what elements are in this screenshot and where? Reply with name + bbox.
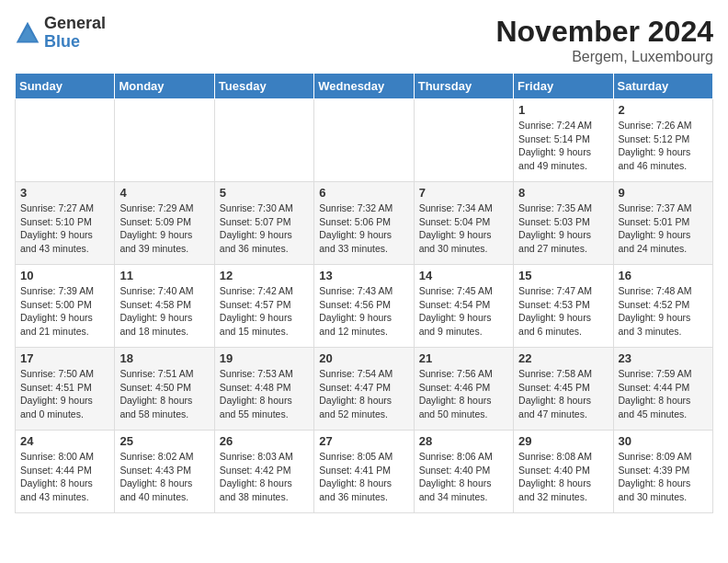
header-friday: Friday <box>514 74 613 99</box>
day-info: Sunrise: 7:40 AM Sunset: 4:58 PM Dayligh… <box>119 284 209 339</box>
day-cell: 14Sunrise: 7:45 AM Sunset: 4:54 PM Dayli… <box>414 265 513 348</box>
day-cell: 25Sunrise: 8:02 AM Sunset: 4:43 PM Dayli… <box>115 431 214 513</box>
day-cell: 29Sunrise: 8:08 AM Sunset: 4:40 PM Dayli… <box>514 431 613 513</box>
day-cell: 26Sunrise: 8:03 AM Sunset: 4:42 PM Dayli… <box>214 431 313 513</box>
day-number: 3 <box>20 186 109 200</box>
day-info: Sunrise: 7:58 AM Sunset: 4:45 PM Dayligh… <box>518 367 608 421</box>
location: Bergem, Luxembourg <box>495 49 713 65</box>
day-number: 25 <box>119 434 209 448</box>
day-number: 17 <box>20 351 109 365</box>
day-number: 4 <box>119 186 209 200</box>
week-row-1: 3Sunrise: 7:27 AM Sunset: 5:10 PM Daylig… <box>16 182 713 265</box>
day-number: 19 <box>220 351 309 365</box>
day-number: 20 <box>319 351 408 365</box>
day-info: Sunrise: 7:27 AM Sunset: 5:10 PM Dayligh… <box>20 201 109 256</box>
day-number: 30 <box>619 434 708 448</box>
day-cell: 20Sunrise: 7:54 AM Sunset: 4:47 PM Dayli… <box>314 348 414 431</box>
day-info: Sunrise: 7:56 AM Sunset: 4:46 PM Dayligh… <box>419 367 508 421</box>
day-cell: 8Sunrise: 7:35 AM Sunset: 5:03 PM Daylig… <box>514 182 613 265</box>
day-info: Sunrise: 7:54 AM Sunset: 4:47 PM Dayligh… <box>319 367 408 421</box>
day-cell: 22Sunrise: 7:58 AM Sunset: 4:45 PM Dayli… <box>514 348 613 431</box>
day-cell <box>414 99 513 182</box>
day-info: Sunrise: 7:30 AM Sunset: 5:07 PM Dayligh… <box>220 201 309 256</box>
day-number: 11 <box>119 269 209 282</box>
header-monday: Monday <box>115 74 214 99</box>
day-info: Sunrise: 7:42 AM Sunset: 4:57 PM Dayligh… <box>220 284 309 339</box>
day-number: 8 <box>518 186 608 200</box>
day-info: Sunrise: 8:06 AM Sunset: 4:40 PM Dayligh… <box>419 450 508 504</box>
day-number: 13 <box>319 269 408 282</box>
day-cell: 28Sunrise: 8:06 AM Sunset: 4:40 PM Dayli… <box>414 431 513 513</box>
calendar-header-row: SundayMondayTuesdayWednesdayThursdayFrid… <box>16 74 713 99</box>
header-sunday: Sunday <box>16 74 115 99</box>
day-info: Sunrise: 7:32 AM Sunset: 5:06 PM Dayligh… <box>319 201 408 256</box>
day-cell: 11Sunrise: 7:40 AM Sunset: 4:58 PM Dayli… <box>115 265 214 348</box>
day-cell <box>115 99 214 182</box>
day-cell: 1Sunrise: 7:24 AM Sunset: 5:14 PM Daylig… <box>514 99 613 182</box>
day-number: 5 <box>220 186 309 200</box>
header-saturday: Saturday <box>613 74 712 99</box>
day-cell: 19Sunrise: 7:53 AM Sunset: 4:48 PM Dayli… <box>214 348 313 431</box>
day-number: 22 <box>518 351 608 365</box>
day-cell: 2Sunrise: 7:26 AM Sunset: 5:12 PM Daylig… <box>613 99 712 182</box>
week-row-2: 10Sunrise: 7:39 AM Sunset: 5:00 PM Dayli… <box>16 265 713 348</box>
day-cell: 13Sunrise: 7:43 AM Sunset: 4:56 PM Dayli… <box>314 265 414 348</box>
day-cell <box>214 99 313 182</box>
day-cell: 12Sunrise: 7:42 AM Sunset: 4:57 PM Dayli… <box>214 265 313 348</box>
title-area: November 2024 Bergem, Luxembourg <box>495 15 713 65</box>
day-info: Sunrise: 7:53 AM Sunset: 4:48 PM Dayligh… <box>220 367 309 421</box>
day-number: 12 <box>220 269 309 282</box>
day-cell: 15Sunrise: 7:47 AM Sunset: 4:53 PM Dayli… <box>514 265 613 348</box>
day-number: 7 <box>419 186 508 200</box>
day-cell: 3Sunrise: 7:27 AM Sunset: 5:10 PM Daylig… <box>16 182 115 265</box>
day-cell <box>16 99 115 182</box>
day-info: Sunrise: 8:05 AM Sunset: 4:41 PM Dayligh… <box>319 450 408 504</box>
day-info: Sunrise: 7:47 AM Sunset: 4:53 PM Dayligh… <box>518 284 608 339</box>
day-info: Sunrise: 8:08 AM Sunset: 4:40 PM Dayligh… <box>518 450 608 504</box>
header: General Blue November 2024 Bergem, Luxem… <box>15 15 713 65</box>
day-info: Sunrise: 7:59 AM Sunset: 4:44 PM Dayligh… <box>619 367 708 421</box>
day-info: Sunrise: 7:39 AM Sunset: 5:00 PM Dayligh… <box>20 284 109 339</box>
day-cell: 4Sunrise: 7:29 AM Sunset: 5:09 PM Daylig… <box>115 182 214 265</box>
day-cell: 10Sunrise: 7:39 AM Sunset: 5:00 PM Dayli… <box>16 265 115 348</box>
day-cell: 6Sunrise: 7:32 AM Sunset: 5:06 PM Daylig… <box>314 182 414 265</box>
day-number: 27 <box>319 434 408 448</box>
calendar-table: SundayMondayTuesdayWednesdayThursdayFrid… <box>15 73 713 513</box>
day-info: Sunrise: 7:45 AM Sunset: 4:54 PM Dayligh… <box>419 284 508 339</box>
day-cell: 9Sunrise: 7:37 AM Sunset: 5:01 PM Daylig… <box>613 182 712 265</box>
day-cell: 7Sunrise: 7:34 AM Sunset: 5:04 PM Daylig… <box>414 182 513 265</box>
day-info: Sunrise: 7:51 AM Sunset: 4:50 PM Dayligh… <box>119 367 209 421</box>
day-info: Sunrise: 7:29 AM Sunset: 5:09 PM Dayligh… <box>119 201 209 256</box>
day-cell <box>314 99 414 182</box>
day-number: 21 <box>419 351 508 365</box>
day-info: Sunrise: 8:02 AM Sunset: 4:43 PM Dayligh… <box>119 450 209 504</box>
day-number: 28 <box>419 434 508 448</box>
day-number: 1 <box>518 103 608 117</box>
day-cell: 16Sunrise: 7:48 AM Sunset: 4:52 PM Dayli… <box>613 265 712 348</box>
day-cell: 30Sunrise: 8:09 AM Sunset: 4:39 PM Dayli… <box>613 431 712 513</box>
day-info: Sunrise: 7:50 AM Sunset: 4:51 PM Dayligh… <box>20 367 109 421</box>
day-number: 14 <box>419 269 508 282</box>
logo: General Blue <box>15 15 106 52</box>
week-row-3: 17Sunrise: 7:50 AM Sunset: 4:51 PM Dayli… <box>16 348 713 431</box>
day-cell: 17Sunrise: 7:50 AM Sunset: 4:51 PM Dayli… <box>16 348 115 431</box>
header-tuesday: Tuesday <box>214 74 313 99</box>
day-number: 23 <box>619 351 708 365</box>
day-info: Sunrise: 7:34 AM Sunset: 5:04 PM Dayligh… <box>419 201 508 256</box>
day-cell: 24Sunrise: 8:00 AM Sunset: 4:44 PM Dayli… <box>16 431 115 513</box>
logo-general-text: General <box>44 14 106 32</box>
day-info: Sunrise: 7:24 AM Sunset: 5:14 PM Dayligh… <box>518 119 608 173</box>
day-number: 10 <box>20 269 109 282</box>
day-info: Sunrise: 7:37 AM Sunset: 5:01 PM Dayligh… <box>619 201 708 256</box>
day-number: 9 <box>619 186 708 200</box>
header-thursday: Thursday <box>414 74 513 99</box>
week-row-4: 24Sunrise: 8:00 AM Sunset: 4:44 PM Dayli… <box>16 431 713 513</box>
day-number: 26 <box>220 434 309 448</box>
day-info: Sunrise: 8:00 AM Sunset: 4:44 PM Dayligh… <box>20 450 109 504</box>
day-number: 15 <box>518 269 608 282</box>
day-number: 18 <box>119 351 209 365</box>
day-number: 16 <box>619 269 708 282</box>
day-cell: 23Sunrise: 7:59 AM Sunset: 4:44 PM Dayli… <box>613 348 712 431</box>
day-info: Sunrise: 7:48 AM Sunset: 4:52 PM Dayligh… <box>619 284 708 339</box>
day-info: Sunrise: 7:43 AM Sunset: 4:56 PM Dayligh… <box>319 284 408 339</box>
